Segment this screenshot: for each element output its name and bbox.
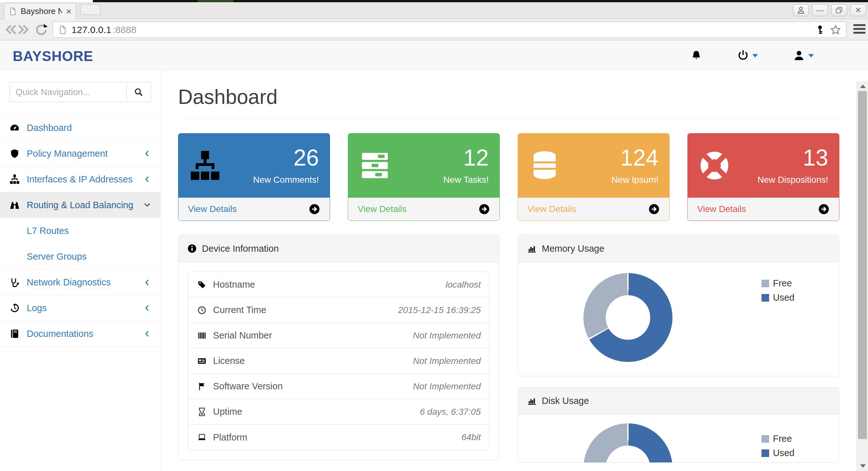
user-menu[interactable] <box>793 50 814 62</box>
search-input[interactable] <box>9 82 126 102</box>
database-icon <box>529 150 561 182</box>
forward-icon[interactable] <box>17 23 31 36</box>
bookmark-star-icon[interactable] <box>830 25 841 35</box>
view-details-link[interactable]: View Details <box>178 198 330 221</box>
restore-button[interactable] <box>831 4 847 16</box>
restore-icon <box>835 6 843 14</box>
address-bar[interactable]: 127.0.0.1:8888 <box>53 22 846 38</box>
sidebar: Dashboard Policy Management Interfaces &… <box>0 70 161 471</box>
stat-card-ipsum: 124 New Ipsum! View Details <box>518 133 670 221</box>
bar-chart-icon <box>527 396 537 406</box>
main-content: Dashboard 26 New Comments! View Details <box>161 70 857 471</box>
back-icon[interactable] <box>4 23 17 36</box>
scrollbar-thumb[interactable] <box>858 91 867 439</box>
sidebar-item-label: Policy Management <box>27 149 108 159</box>
profile-window-button[interactable] <box>793 4 809 16</box>
caret-down-icon <box>752 54 758 58</box>
search-button[interactable] <box>126 82 151 102</box>
stat-card-comments: 26 New Comments! View Details <box>178 133 330 221</box>
scroll-down-arrow-icon[interactable] <box>860 464 866 468</box>
power-menu[interactable] <box>737 50 758 62</box>
chevron-left-icon <box>143 149 151 158</box>
legend-swatch <box>762 449 769 457</box>
menu-icon[interactable] <box>854 24 865 34</box>
stat-label: New Tasks! <box>443 175 489 185</box>
disk-usage-panel: Disk Usage Free Used <box>518 387 839 463</box>
id-card-icon <box>197 356 206 366</box>
info-value: 64bit <box>461 432 481 442</box>
tag-icon <box>197 280 206 289</box>
scroll-up-arrow-icon[interactable] <box>860 85 866 88</box>
info-row-serial-number: Serial Number Not Implemented <box>188 323 489 348</box>
sidebar-item-logs[interactable]: Logs <box>0 295 160 321</box>
laptop-icon <box>197 433 206 442</box>
sidebar-item-l7-routes[interactable]: L7 Routes <box>0 218 160 244</box>
sidebar-item-label: Routing & Load Balancing <box>27 200 133 210</box>
view-details-link[interactable]: View Details <box>348 198 499 221</box>
sidebar-item-dashboard[interactable]: Dashboard <box>0 115 160 141</box>
sidebar-item-interfaces-ip[interactable]: Interfaces & IP Addresses <box>0 166 160 192</box>
panel-title: Device Information <box>202 244 279 254</box>
info-row-software-version: Software Version Not Implemented <box>188 374 489 399</box>
view-details-link[interactable]: View Details <box>688 198 839 221</box>
sidebar-item-label: Interfaces & IP Addresses <box>27 174 132 185</box>
window-top-edge-accent <box>198 0 234 2</box>
memory-usage-donut-chart <box>583 273 673 362</box>
sidebar-item-documentations[interactable]: Documentations <box>0 321 160 347</box>
legend-item-used[interactable]: Used <box>762 292 795 303</box>
sidebar-item-network-diagnostics[interactable]: Network Diagnostics <box>0 270 160 295</box>
browser-tab-bar: Bayshore Networks × — ✕ <box>0 2 868 19</box>
url-host: 127.0.0.1 <box>71 25 111 35</box>
legend-item-used[interactable]: Used <box>762 448 795 458</box>
sidebar-nav: Dashboard Policy Management Interfaces &… <box>0 115 160 347</box>
close-button[interactable]: ✕ <box>850 4 866 16</box>
page: BAYSHORE Dashboar <box>0 41 868 471</box>
stethoscope-icon <box>9 278 20 288</box>
life-ring-icon <box>699 150 730 182</box>
minimize-button[interactable]: — <box>812 4 828 16</box>
chart-legend: Free Used <box>762 278 795 303</box>
sidebar-item-server-groups[interactable]: Server Groups <box>0 244 160 270</box>
device-information-panel: Device Information Hostname localhost Cu… <box>178 235 499 460</box>
bell-icon[interactable] <box>690 50 702 61</box>
legend-item-free[interactable]: Free <box>762 434 795 444</box>
tachometer-icon <box>9 123 20 133</box>
browser-tab[interactable]: Bayshore Networks × <box>4 3 76 20</box>
legend-swatch <box>762 435 769 443</box>
legend-item-free[interactable]: Free <box>762 278 795 289</box>
reload-icon[interactable] <box>34 23 48 37</box>
tab-favicon-page-icon <box>8 7 17 15</box>
sidebar-item-routing-load-balancing[interactable]: Routing & Load Balancing <box>0 192 160 218</box>
stat-card-dispositions: 13 New Dispositions! View Details <box>687 133 839 221</box>
sidebar-item-policy-management[interactable]: Policy Management <box>0 141 160 166</box>
key-icon[interactable] <box>815 25 825 35</box>
clock-icon <box>197 306 206 315</box>
book-icon <box>10 329 20 339</box>
stat-cards-row: 26 New Comments! View Details 12 New Tas… <box>178 133 839 221</box>
info-row-license: License Not Implemented <box>188 348 489 374</box>
memory-usage-panel: Memory Usage Free Used <box>518 235 839 376</box>
sitemap-icon <box>9 174 20 184</box>
info-value: 2015-12-15 16:39:25 <box>398 305 481 315</box>
stat-value: 124 <box>612 146 658 169</box>
stat-value: 13 <box>757 146 828 169</box>
legend-swatch <box>762 280 769 287</box>
power-icon <box>737 50 749 62</box>
sidebar-item-label: Dashboard <box>27 123 72 133</box>
info-value: 6 days, 6:37:05 <box>420 407 481 417</box>
search-icon <box>134 87 144 97</box>
screen: Bayshore Networks × — ✕ 127.0.0.1:8888 <box>0 0 868 471</box>
chevron-left-icon <box>143 304 151 312</box>
info-circle-icon <box>187 244 197 253</box>
user-icon <box>793 50 805 62</box>
tab-title: Bayshore Networks <box>21 6 62 16</box>
legend-swatch <box>762 294 769 302</box>
page-scrollbar[interactable] <box>857 81 868 471</box>
sidebar-item-label: Server Groups <box>27 251 87 262</box>
view-details-link[interactable]: View Details <box>518 198 669 221</box>
arrow-circle-right-icon <box>478 203 490 215</box>
tab-close-icon[interactable]: × <box>66 7 71 16</box>
brand-logo[interactable]: BAYSHORE <box>13 48 93 64</box>
new-tab-button[interactable] <box>80 4 100 15</box>
panel-heading: Memory Usage <box>518 235 839 262</box>
